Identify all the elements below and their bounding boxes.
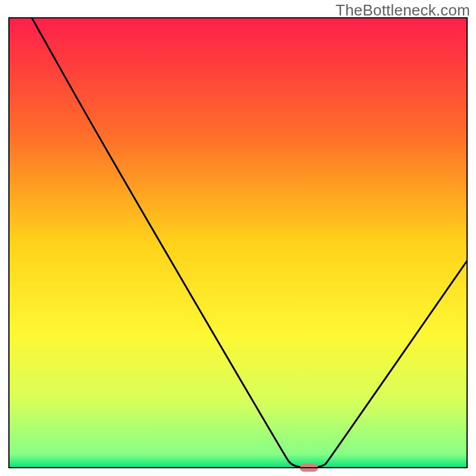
- bottleneck-chart: [0, 0, 476, 476]
- watermark-text: TheBottleneck.com: [336, 1, 470, 20]
- chart-container: TheBottleneck.com: [0, 0, 476, 476]
- plot-area: [9, 18, 467, 468]
- gradient-background: [9, 18, 467, 468]
